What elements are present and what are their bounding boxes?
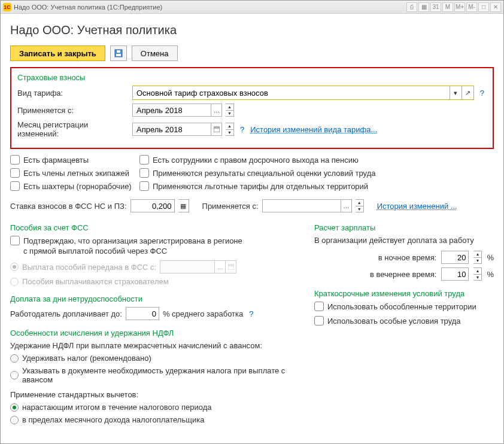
- cb-confirm-label2: с прямой выплатой пособий через ФСС: [10, 247, 296, 256]
- applies-from-select-icon[interactable]: …: [211, 104, 221, 116]
- percent-earnings-label: % среднего заработка: [163, 309, 243, 318]
- cb-confirm-region[interactable]: [10, 236, 20, 245]
- radio-insurer-pays: [10, 278, 19, 286]
- insurance-title: Страховые взносы: [17, 73, 487, 82]
- night-percent: %: [487, 253, 494, 262]
- applies-from-spinner[interactable]: ▲▼: [226, 104, 234, 117]
- save-icon[interactable]: [110, 45, 127, 61]
- radio-fss-transfer: [10, 263, 19, 271]
- app-icon: 1C: [3, 3, 11, 11]
- employer-pays-help-icon[interactable]: ?: [247, 309, 256, 318]
- calendar-icon[interactable]: 31: [430, 2, 441, 12]
- fss-applies-label: Применяется с:: [202, 202, 259, 211]
- page-title: Надо ООО: Учетная политика: [10, 23, 494, 37]
- evening-percent: %: [487, 270, 494, 279]
- fss-transfer-select-icon: …: [214, 261, 225, 273]
- radio-cumulative[interactable]: [10, 403, 19, 412]
- disability-title: Доплата за дни нетрудоспособности: [10, 294, 296, 303]
- cb-miners-label: Есть шахтеры (горнорабочие): [23, 182, 132, 191]
- radio-cumulative-label: нарастающим итогом в течение налогового …: [22, 403, 211, 412]
- ndfl-heading: Удержание НДФЛ при выплате межрасчетных …: [10, 341, 296, 350]
- radio-hold-tax-label: Удерживать налог (рекомендовано): [22, 354, 151, 363]
- svg-rect-3: [214, 127, 220, 132]
- reg-month-input[interactable]: [133, 123, 211, 135]
- svg-rect-2: [117, 50, 120, 53]
- radio-monthly[interactable]: [10, 416, 19, 424]
- ndfl-title: Особенности исчисления и удержания НДФЛ: [10, 329, 296, 337]
- tariff-history-link[interactable]: История изменений вида тарифа...: [250, 125, 377, 134]
- m-icon[interactable]: M: [442, 2, 453, 12]
- reg-month-help-icon[interactable]: ?: [238, 125, 247, 134]
- applies-from-label: Применяется с:: [17, 106, 129, 115]
- cb-pharmacists-label: Есть фармацевты: [23, 156, 89, 165]
- night-input[interactable]: [441, 251, 469, 264]
- night-label: в ночное время:: [378, 253, 437, 262]
- reg-month-label: Месяц регистрации изменений:: [17, 120, 129, 138]
- reg-month-calendar-icon[interactable]: [211, 123, 221, 135]
- salary-intro: В организации действует доплата за работ…: [314, 236, 494, 245]
- fss-history-link[interactable]: История изменений ...: [377, 202, 457, 211]
- radio-monthly-label: в пределах месячного дохода налогоплател…: [22, 415, 204, 424]
- radio-indicate-doc-label: Указывать в документе необходимость удер…: [22, 366, 296, 384]
- cb-territories[interactable]: [314, 302, 324, 311]
- print-icon[interactable]: ⎙: [406, 2, 417, 12]
- reg-month-spinner[interactable]: ▲▼: [226, 123, 234, 136]
- window-title: Надо ООО: Учетная политика (1С:Предприят…: [14, 4, 162, 11]
- radio-indicate-doc[interactable]: [10, 371, 19, 379]
- svg-rect-5: [228, 264, 234, 270]
- cb-special-eval-label: Применяются результаты специальной оценк…: [153, 169, 375, 178]
- night-spinner[interactable]: ▲▼: [473, 251, 482, 264]
- tariff-dropdown-icon[interactable]: ▾: [450, 86, 462, 99]
- radio-insurer-pays-label: Пособия выплачиваются страхователем: [22, 277, 169, 286]
- employer-pays-label: Работодатель доплачивает до:: [10, 309, 122, 318]
- fss-transfer-date-input: [160, 261, 214, 273]
- fss-applies-select-icon[interactable]: …: [341, 200, 351, 212]
- cb-special-conditions-label: Использовать особые условия труда: [327, 317, 461, 326]
- salary-title: Расчет зарплаты: [314, 223, 494, 232]
- fss-benefits-title: Пособия за счет ФСС: [10, 223, 296, 232]
- cb-early-retire-label: Есть сотрудники с правом досрочного выхо…: [153, 156, 359, 165]
- titlebar: 1C Надо ООО: Учетная политика (1С:Предпр…: [1, 1, 503, 14]
- cb-territories-label: Использовать обособленные территории: [327, 302, 476, 311]
- fss-rate-input[interactable]: [130, 199, 175, 212]
- cancel-button[interactable]: Отмена: [132, 45, 178, 61]
- tariff-label: Вид тарифа:: [17, 89, 129, 98]
- svg-rect-1: [116, 54, 121, 56]
- cb-confirm-label: Подтверждаю, что организация зарегистрир…: [23, 236, 242, 245]
- cb-special-eval[interactable]: [139, 168, 149, 178]
- fss-rate-label: Ставка взносов в ФСС НС и ПЗ:: [10, 202, 127, 211]
- cb-special-conditions[interactable]: [314, 316, 324, 326]
- tariff-open-icon[interactable]: ↗: [462, 86, 473, 99]
- tariff-input[interactable]: [133, 86, 450, 99]
- insurance-frame: Страховые взносы Вид тарифа: ▾ ↗ ? Приме…: [10, 67, 494, 149]
- radio-fss-transfer-label: Выплата пособий передана в ФСС с:: [22, 263, 156, 272]
- cb-pref-tariffs[interactable]: [139, 181, 149, 191]
- calculator-icon[interactable]: ▦: [418, 2, 429, 12]
- close-icon[interactable]: ✕: [490, 2, 501, 12]
- cb-pharmacists[interactable]: [10, 155, 20, 165]
- cb-miners[interactable]: [10, 181, 20, 191]
- employer-pays-input[interactable]: [126, 307, 159, 320]
- maximize-icon[interactable]: □: [478, 2, 489, 12]
- evening-spinner[interactable]: ▲▼: [473, 267, 482, 281]
- m-minus-icon[interactable]: M-: [466, 2, 477, 12]
- evening-input[interactable]: [441, 267, 469, 281]
- evening-label: в вечернее время:: [370, 270, 437, 279]
- cb-early-retire[interactable]: [139, 155, 149, 165]
- fss-transfer-calendar-icon: [225, 261, 236, 273]
- tariff-help-icon[interactable]: ?: [478, 89, 487, 98]
- cb-flight-crews[interactable]: [10, 168, 20, 178]
- m-plus-icon[interactable]: M+: [454, 2, 465, 12]
- short-term-title: Краткосрочные изменения условий труда: [314, 289, 494, 298]
- cb-pref-tariffs-label: Применяются льготные тарифы для отдельны…: [153, 182, 368, 191]
- save-and-close-button[interactable]: Записать и закрыть: [10, 45, 105, 61]
- fss-applies-input[interactable]: [263, 200, 341, 212]
- radio-hold-tax[interactable]: [10, 354, 19, 363]
- applies-from-input[interactable]: [133, 104, 211, 116]
- cb-flight-crews-label: Есть члены летных экипажей: [23, 169, 129, 178]
- fss-applies-spinner[interactable]: ▲▼: [356, 199, 364, 212]
- calculator-icon-small[interactable]: ▦: [178, 199, 189, 212]
- deductions-heading: Применение стандартных вычетов:: [10, 390, 296, 399]
